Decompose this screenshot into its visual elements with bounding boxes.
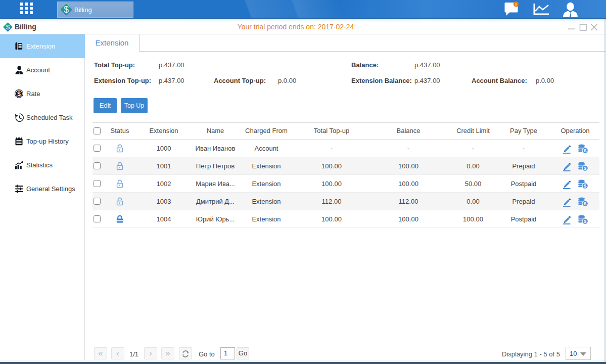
svg-text:$: $ [584,165,587,171]
svg-text:$: $ [584,148,587,153]
svg-text:$: $ [17,90,21,98]
svg-text:$: $ [64,5,69,15]
svg-text:$: $ [584,201,587,206]
svg-text:$: $ [584,183,587,189]
svg-text:!: ! [516,2,517,7]
svg-text:$: $ [584,218,587,224]
